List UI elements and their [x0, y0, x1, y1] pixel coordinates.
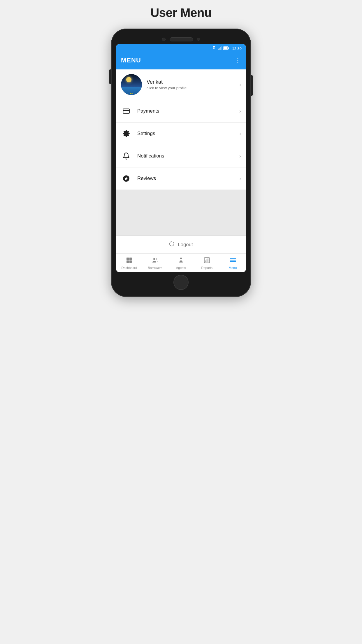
battery-icon — [223, 46, 229, 51]
payments-label: Payments — [137, 108, 239, 114]
status-icons — [212, 46, 229, 51]
signal-icon — [218, 46, 222, 51]
menu-item-reviews[interactable]: Reviews › — [116, 167, 246, 190]
notifications-label: Notifications — [137, 153, 239, 159]
svg-rect-16 — [129, 260, 132, 263]
settings-label: Settings — [137, 131, 239, 136]
svg-point-21 — [181, 260, 182, 261]
reviews-label: Reviews — [137, 176, 239, 181]
wifi-icon — [212, 46, 216, 51]
avatar-moon — [126, 77, 131, 82]
nav-item-menu[interactable]: Menu — [220, 254, 246, 272]
gray-spacer — [116, 190, 246, 235]
borrowers-nav-label: Borrowers — [148, 266, 162, 270]
settings-chevron-icon: › — [239, 131, 241, 137]
menu-item-notifications[interactable]: Notifications › — [116, 145, 246, 167]
status-bar: 12:30 — [116, 44, 246, 52]
volume-button — [109, 69, 111, 84]
menu-item-settings[interactable]: Settings › — [116, 123, 246, 145]
bottom-nav: Dashboard Borrowers — [116, 253, 246, 272]
app-bar-title: MENU — [121, 57, 141, 64]
borrowers-icon — [152, 257, 159, 265]
card-icon — [121, 106, 131, 116]
nav-item-reports[interactable]: Reports — [194, 254, 220, 272]
dashboard-nav-label: Dashboard — [121, 266, 137, 270]
avatar-text: శుభం — [121, 93, 142, 94]
phone-home-bar — [116, 275, 246, 290]
svg-rect-5 — [229, 47, 229, 49]
agents-icon — [178, 257, 184, 265]
profile-name: Venkat — [147, 79, 239, 85]
status-time: 12:30 — [232, 46, 242, 51]
svg-rect-3 — [221, 46, 222, 50]
power-button — [251, 75, 253, 96]
profile-subtitle: click to view your profile — [147, 86, 239, 90]
camera-dot — [162, 38, 166, 41]
svg-point-20 — [180, 260, 181, 261]
svg-rect-25 — [208, 258, 208, 262]
svg-rect-2 — [220, 47, 221, 50]
page-title: User Menu — [150, 6, 212, 20]
svg-point-18 — [156, 258, 157, 260]
profile-info: Venkat click to view your profile — [147, 79, 239, 90]
phone-shell: 12:30 MENU ⋮ శుభం Venkat click to — [111, 29, 251, 297]
avatar-image: శుభం — [121, 74, 142, 95]
dashboard-icon — [126, 257, 133, 265]
profile-row[interactable]: శుభం Venkat click to view your profile › — [116, 69, 246, 100]
nav-item-dashboard[interactable]: Dashboard — [116, 254, 142, 272]
app-bar: MENU ⋮ — [116, 52, 246, 69]
profile-chevron-icon: › — [239, 82, 241, 88]
gear-icon — [121, 128, 131, 139]
phone-mockup: 12:30 MENU ⋮ శుభం Venkat click to — [111, 29, 251, 297]
agents-nav-label: Agents — [176, 266, 186, 270]
svg-rect-24 — [207, 259, 208, 262]
menu-item-payments[interactable]: Payments › — [116, 100, 246, 123]
svg-rect-1 — [219, 48, 220, 50]
menu-icon — [229, 257, 236, 265]
more-options-icon[interactable]: ⋮ — [235, 57, 241, 64]
svg-rect-8 — [123, 110, 129, 111]
star-circle-icon — [121, 173, 131, 184]
power-icon — [169, 241, 175, 248]
screen: 12:30 MENU ⋮ శుభం Venkat click to — [116, 44, 246, 272]
svg-rect-6 — [224, 47, 228, 49]
svg-rect-15 — [126, 260, 129, 263]
avatar: శుభం — [121, 74, 142, 95]
svg-point-19 — [180, 258, 182, 259]
svg-rect-14 — [129, 258, 132, 260]
svg-rect-0 — [218, 49, 219, 50]
logout-label: Logout — [178, 242, 193, 248]
notifications-chevron-icon: › — [239, 153, 241, 159]
menu-nav-label: Menu — [229, 266, 237, 270]
speaker-grille — [170, 37, 193, 41]
nav-item-agents[interactable]: Agents — [168, 254, 194, 272]
home-button[interactable] — [173, 275, 189, 290]
logout-row[interactable]: Logout — [116, 235, 246, 253]
reviews-chevron-icon: › — [239, 176, 241, 182]
svg-rect-13 — [126, 258, 129, 260]
front-sensor — [197, 38, 200, 41]
svg-point-17 — [153, 258, 155, 260]
phone-top-hardware — [116, 37, 246, 41]
reports-nav-label: Reports — [201, 266, 213, 270]
svg-rect-23 — [205, 260, 206, 262]
reports-icon — [203, 257, 210, 265]
bell-icon — [121, 151, 131, 161]
payments-chevron-icon: › — [239, 108, 241, 114]
nav-item-borrowers[interactable]: Borrowers — [142, 254, 168, 272]
